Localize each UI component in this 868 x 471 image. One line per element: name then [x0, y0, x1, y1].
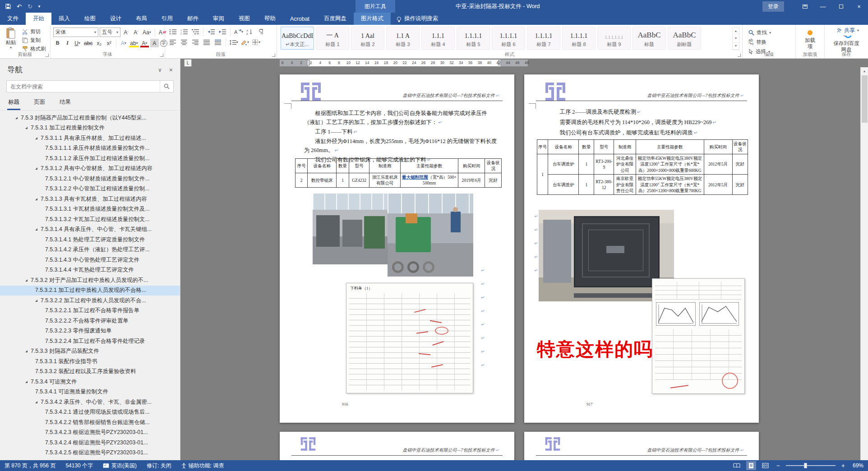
table-header-cell[interactable]: 设备名称	[308, 159, 337, 173]
table-header-cell[interactable]: 数量	[579, 140, 594, 154]
nav-heading-item[interactable]: 7.5.3.1.4.1 热处理工艺评定质量控制文件	[0, 235, 180, 245]
align-left-icon[interactable]	[168, 38, 178, 46]
document-paragraph[interactable]: 液缸外径为Φ114mm，长度为255mm，毛坯为Φ116*12 的无缝钢管下料长…	[304, 137, 498, 155]
ribbon-tab[interactable]: 邮件	[180, 13, 206, 25]
table-cell[interactable]: 2	[295, 173, 308, 187]
nav-heading-item[interactable]: 7.5.3.4.2.4 根据追溯批号PZY230203-01...	[0, 438, 180, 448]
collapse-triangle-icon[interactable]	[35, 300, 37, 302]
document-paragraph[interactable]: 我们公司有台车式调质炉，能够完成液缸毛坯料的调质	[549, 128, 743, 138]
collapse-triangle-icon[interactable]	[15, 117, 18, 119]
nav-heading-item[interactable]: 7.5.3.1.1.1 承压件材质描述质量控制文件...	[0, 143, 180, 154]
align-right-icon[interactable]	[190, 38, 200, 46]
ribbon-tab[interactable]: 绘图	[77, 13, 103, 25]
collapse-triangle-icon[interactable]	[35, 137, 37, 139]
asian-layout-icon[interactable]: A▾	[233, 28, 243, 36]
ribbon-tab[interactable]: 图片格式	[354, 13, 391, 25]
table-header-cell[interactable]: 设备状况	[732, 140, 748, 154]
collapse-triangle-icon[interactable]	[35, 401, 37, 403]
collapse-triangle-icon[interactable]	[35, 228, 37, 231]
distribute-icon[interactable]	[213, 38, 223, 46]
nav-heading-item[interactable]: 7.5.3.4.2.2 销售部根据销售台账追溯仓储...	[0, 417, 180, 428]
table-cell[interactable]: 2012年5月	[704, 154, 732, 174]
track-changes-status[interactable]: 修订: 关闭	[147, 462, 171, 470]
vertical-scrollbar[interactable]: ▲	[860, 67, 868, 460]
ribbon-tab[interactable]: 帮助	[257, 13, 283, 25]
nav-heading-item[interactable]: 7.5.3.4 可追溯文件	[0, 377, 180, 387]
underline-button[interactable]: U▾	[73, 39, 82, 47]
navigation-tab[interactable]: 页面	[33, 97, 46, 110]
table-cell[interactable]: 1	[579, 175, 594, 195]
table-cell[interactable]: 河北鼎佳炉业有限公司	[614, 154, 636, 174]
table-header-cell[interactable]: 购买时间	[704, 140, 732, 154]
table-header-cell[interactable]: 型号	[349, 159, 369, 173]
styles-dialog-launcher-icon[interactable]	[738, 54, 741, 57]
customize-qat-icon[interactable]: ▾	[38, 5, 41, 9]
nav-heading-item[interactable]: 7.5.3.1.2.1 中心管材质描述质量控制文件...	[0, 174, 180, 184]
search-icon[interactable]	[160, 81, 173, 92]
scroll-up-icon[interactable]: ▲	[861, 67, 868, 74]
table-cell[interactable]: 额定功率55KW额定电压380V额定温度1200° 工作室尺寸（长*宽*高）25…	[636, 175, 704, 195]
style-gallery-item[interactable]: AaBbC 副标题	[668, 27, 701, 50]
ribbon-tab[interactable]: Acrobat	[283, 13, 317, 25]
ribbon-tab[interactable]: 开始	[26, 13, 51, 25]
style-gallery-item[interactable]: 1.1.1.1 标题 5	[457, 27, 490, 50]
font-size-combobox[interactable]: 五号▾	[100, 28, 120, 37]
nav-heading-item[interactable]: 7.5.3.1.1.2 承压件加工过程描述质量控制...	[0, 153, 180, 164]
numbering-icon[interactable]: 12	[179, 28, 189, 36]
nav-heading-item[interactable]: 7.5.3.4.1 可追溯质量控制文件	[0, 387, 180, 397]
nav-heading-item[interactable]: 7.5.3.1.2 具有中心管材质、加工过程描述内容	[0, 164, 180, 174]
bullets-icon[interactable]	[168, 28, 178, 36]
tell-me-search[interactable]: 操作说明搜索	[391, 13, 444, 25]
style-gallery-item[interactable]: 1.1.1.1 标题 8	[562, 27, 596, 50]
table-header-cell[interactable]: 制造商	[614, 140, 636, 154]
nav-heading-item[interactable]: 7.5.3.4.2.3 根据追溯批号PZY230203-01...	[0, 428, 180, 438]
table-header-cell[interactable]: 设备状况	[485, 159, 502, 173]
copy-button[interactable]: 复制	[21, 36, 47, 44]
table-cell[interactable]: RT2-380-12	[594, 175, 614, 195]
workshop-photo-right[interactable]	[388, 194, 473, 277]
web-layout-icon[interactable]	[761, 461, 771, 470]
zoom-slider[interactable]	[786, 465, 836, 466]
table-cell[interactable]: 2012年5月	[704, 175, 732, 195]
zoom-percentage[interactable]: 69%	[853, 462, 863, 469]
italic-button[interactable]: I	[63, 39, 72, 47]
ribbon-tab[interactable]: 布局	[129, 13, 154, 25]
nav-heading-item[interactable]: 7.5.3.4.2 承压件、中心管、卡瓦、非金属密...	[0, 397, 180, 407]
cut-button[interactable]: 剪切	[21, 28, 47, 36]
nav-heading-item[interactable]: 7.5.3.1.4.4 卡瓦热处理工艺评定文件	[0, 265, 180, 276]
nav-heading-item[interactable]: 7.5.3.2.2 加工过程中质检人员发现的不合...	[0, 296, 180, 306]
nav-heading-item[interactable]: 7.5.3.1.4.3 中心管热处理工艺评定文件	[0, 255, 180, 265]
style-gallery-item[interactable]: 1.1.1 标题 4	[421, 27, 455, 50]
borders-icon[interactable]: ▾	[251, 38, 261, 46]
table-header-cell[interactable]: 序号	[537, 140, 548, 154]
ribbon-tab[interactable]: 视图	[231, 13, 257, 25]
scrollbar-thumb[interactable]	[862, 75, 868, 123]
collapse-triangle-icon[interactable]	[25, 381, 28, 383]
proofing-language[interactable]: 英语(美国)	[103, 462, 137, 470]
style-gallery-item[interactable]: 1.1.1.1 标题 6	[492, 27, 525, 50]
table-cell[interactable]: 1	[337, 173, 349, 187]
print-layout-icon[interactable]	[746, 461, 756, 470]
decrease-indent-icon[interactable]	[206, 28, 216, 36]
nav-heading-item[interactable]: 7.5.3.2.2.1 加工过程不合格零件报告单	[0, 306, 180, 316]
table-cell[interactable]: 2019年6月	[458, 173, 485, 187]
read-mode-icon[interactable]	[732, 461, 742, 470]
navigation-search-box[interactable]	[6, 80, 174, 92]
find-button[interactable]: 查找 ▾	[747, 28, 772, 37]
table-header-cell[interactable]: 主要性能参数	[401, 159, 458, 173]
redo-icon[interactable]: ↻	[28, 4, 32, 9]
ribbon-tab[interactable]: 文件	[0, 13, 26, 25]
scanned-material-form[interactable]: 下料单（1）	[346, 283, 473, 393]
nav-heading-item[interactable]: 7.5.3.1 加工过程质量控制文件	[0, 123, 180, 134]
table-header-cell[interactable]: 设备名称	[548, 140, 579, 154]
collapse-triangle-icon[interactable]	[35, 167, 37, 170]
document-paragraph[interactable]: 需要调质的毛坯料尺寸为 114*10*260，调质硬度为 HB229~269	[549, 117, 743, 128]
bold-button[interactable]: B	[53, 39, 62, 47]
collapse-triangle-icon[interactable]	[25, 127, 28, 129]
table-cell[interactable]: 数控带锯床	[308, 173, 337, 187]
close-icon[interactable]: ×	[850, 0, 868, 13]
navigation-close-icon[interactable]: ×	[169, 66, 173, 74]
ribbon-tab[interactable]: 引用	[154, 13, 180, 25]
table-cell[interactable]: 最大锯削范围（宽*高）500×500mm	[401, 173, 458, 187]
tab-stop-selector[interactable]: L	[184, 59, 192, 67]
